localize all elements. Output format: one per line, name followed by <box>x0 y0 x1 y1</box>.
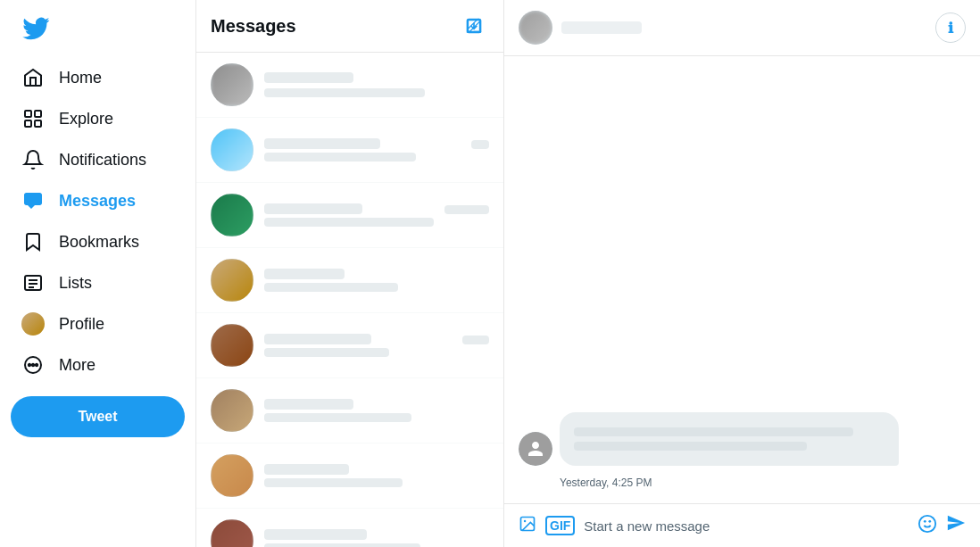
home-icon <box>21 66 45 89</box>
svg-point-9 <box>29 364 30 366</box>
sidebar-item-lists[interactable]: Lists <box>11 262 185 303</box>
messages-panel: Messages <box>196 0 504 547</box>
message-item[interactable] <box>196 53 503 118</box>
chat-info-button[interactable]: ℹ <box>935 12 966 43</box>
chat-body: Yesterday, 4:25 PM <box>504 56 980 503</box>
messages-header: Messages <box>196 0 503 53</box>
message-content <box>264 269 489 292</box>
chat-contact-avatar <box>519 11 552 45</box>
chat-input-area: GIF <box>504 503 980 547</box>
lists-icon <box>21 271 45 294</box>
chat-panel: ℹ Yesterday, 4:25 PM <box>504 0 980 547</box>
message-content <box>264 203 489 227</box>
svg-rect-2 <box>25 120 31 127</box>
chat-header-info <box>519 11 642 45</box>
sidebar-item-more[interactable]: More <box>11 344 185 385</box>
message-sender-avatar <box>519 432 552 466</box>
sidebar-item-notifications-label: Notifications <box>59 151 146 170</box>
avatar <box>211 259 253 302</box>
sidebar: Home Explore Notifications Messa <box>0 0 196 547</box>
sidebar-item-messages[interactable]: Messages <box>11 180 185 221</box>
sidebar-item-more-label: More <box>59 356 96 375</box>
messages-title: Messages <box>211 16 296 37</box>
avatar <box>211 519 253 547</box>
avatar <box>211 324 253 367</box>
messages-icon <box>21 189 45 212</box>
avatar <box>211 194 253 236</box>
gif-icon[interactable]: GIF <box>545 516 575 536</box>
message-item[interactable] <box>196 248 503 313</box>
bookmark-icon <box>21 230 45 253</box>
message-content <box>264 464 489 487</box>
chat-bubble <box>560 412 899 466</box>
sidebar-item-bookmarks[interactable]: Bookmarks <box>11 221 185 262</box>
message-content <box>264 72 489 97</box>
sidebar-item-messages-label: Messages <box>59 192 136 211</box>
avatar <box>211 128 253 171</box>
svg-rect-1 <box>35 111 41 117</box>
sidebar-item-notifications[interactable]: Notifications <box>11 139 185 180</box>
sidebar-item-home[interactable]: Home <box>11 57 185 98</box>
message-input[interactable] <box>584 518 909 534</box>
sidebar-item-profile-label: Profile <box>59 315 104 334</box>
svg-point-10 <box>32 364 34 366</box>
message-content <box>264 138 489 162</box>
send-button[interactable] <box>946 513 966 538</box>
message-item[interactable] <box>196 313 503 378</box>
message-item[interactable] <box>196 378 503 443</box>
svg-rect-3 <box>35 120 41 127</box>
svg-point-15 <box>919 515 935 531</box>
chat-timestamp: Yesterday, 4:25 PM <box>560 477 966 489</box>
avatar <box>211 389 253 432</box>
message-item[interactable] <box>196 118 503 183</box>
message-item[interactable] <box>196 183 503 248</box>
emoji-icon[interactable] <box>918 514 937 538</box>
explore-icon <box>21 107 45 130</box>
message-item[interactable] <box>196 443 503 509</box>
message-content <box>264 529 489 547</box>
more-icon <box>21 353 45 377</box>
image-attach-icon[interactable] <box>519 515 536 537</box>
sidebar-item-bookmarks-label: Bookmarks <box>59 233 139 252</box>
sidebar-item-profile[interactable]: Profile <box>11 303 185 344</box>
avatar <box>211 63 253 106</box>
sidebar-item-lists-label: Lists <box>59 274 92 293</box>
message-content <box>264 334 489 357</box>
message-content <box>264 399 489 422</box>
compose-message-button[interactable] <box>459 11 489 41</box>
chat-contact-name <box>561 21 642 34</box>
bell-icon <box>21 148 45 171</box>
svg-point-14 <box>524 519 527 522</box>
svg-rect-0 <box>25 111 31 117</box>
sidebar-item-explore[interactable]: Explore <box>11 98 185 139</box>
received-message <box>519 412 966 466</box>
twitter-logo[interactable] <box>11 7 185 54</box>
svg-point-11 <box>36 364 37 366</box>
tweet-button[interactable]: Tweet <box>11 396 185 437</box>
messages-list <box>196 53 503 547</box>
profile-avatar-icon <box>21 312 45 336</box>
avatar <box>211 454 253 497</box>
sidebar-item-explore-label: Explore <box>59 110 113 128</box>
message-item[interactable] <box>196 509 503 547</box>
sidebar-item-home-label: Home <box>59 69 102 87</box>
chat-header: ℹ <box>504 0 980 56</box>
